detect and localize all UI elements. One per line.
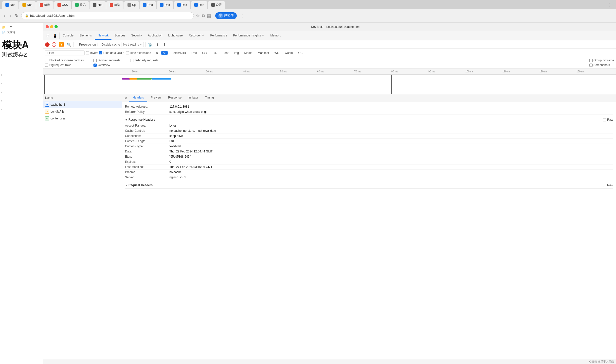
filter-tag-js[interactable]: JS [212,51,219,55]
browser-tab[interactable]: 设置 [208,1,225,9]
throttle-select[interactable]: No throttling ▼ [122,42,144,47]
request-name-cache-html: cache.html [51,103,120,106]
filter-tag-ws[interactable]: WS [272,51,281,55]
tab-recorder[interactable]: Recorder ⚛ [186,32,207,40]
address-bar[interactable]: 🔒 http://localhost:8081/cache.html [21,12,194,19]
sidebar-icon[interactable]: ▦ [207,13,211,18]
network-upload-icon[interactable]: 📡 [147,42,153,48]
details-tab-timing[interactable]: Timing [201,94,217,102]
devtools-device-icon[interactable]: 📱 [52,33,58,39]
browser-tab[interactable]: Doc [140,1,156,9]
clear-button[interactable]: 🚫 [51,42,57,48]
preserve-log-checkbox-label[interactable]: Preserve log [75,43,96,46]
search-icon-btn[interactable]: 🔍 [66,42,72,48]
screenshots-label[interactable]: Screenshots [589,63,614,67]
filter-tag-all[interactable]: All [161,51,168,55]
tab-lighthouse[interactable]: Lighthouse [165,32,186,40]
preserve-log-checkbox[interactable] [75,43,78,46]
browser-menu-icon[interactable]: ⋮ [606,1,614,9]
request-item-cache-html[interactable]: H cache.html [43,101,122,108]
disable-cache-checkbox-label[interactable]: Disable cache [97,43,120,46]
third-party-label[interactable]: 3rd-party requests [130,59,158,62]
devtools-minimize-btn[interactable] [50,25,53,28]
response-headers-triangle[interactable]: ▼ [125,118,127,121]
bookmark-icon[interactable]: ☆ [196,13,200,18]
forward-button[interactable]: › [9,12,12,19]
hide-extension-urls-checkbox-label[interactable]: Hide extension URLs [126,51,158,55]
request-item-bundle-js[interactable]: J bundleA.js [43,108,122,115]
waterfall-bar-wait [152,78,171,80]
reload-button[interactable]: ↻ [14,12,19,19]
browser-tab[interactable]: CSS [54,1,72,9]
invert-checkbox[interactable] [86,51,89,54]
browser-tab[interactable]: Doc [157,1,173,9]
hide-data-urls-checkbox[interactable]: ✓ [99,51,102,54]
browser-tab[interactable]: http [90,1,106,9]
filter-input[interactable] [45,50,85,55]
overview-label[interactable]: ✓ Overview [93,63,120,67]
network-import-icon[interactable]: ⬇ [162,42,168,48]
tab-performance-insights[interactable]: Performance insights ⚛ [230,32,267,40]
tab-console[interactable]: Console [60,32,76,40]
browser-menu-button[interactable]: ⋮ [239,12,246,20]
extension-icon[interactable]: ⧉ [202,13,205,18]
details-close-btn[interactable]: ✕ [122,94,129,102]
browser-tab[interactable]: Doc [191,1,207,9]
browser-tab[interactable]: Sp [124,1,139,9]
browser-tab[interactable]: 腾讯 [72,1,89,9]
raw-checkbox-request[interactable]: Raw [603,183,613,187]
user-badge[interactable]: 宇 已暂停 [215,12,237,19]
back-button[interactable]: ‹ [3,12,7,19]
blocked-requests-label[interactable]: Blocked requests [93,59,120,62]
overview-checkbox[interactable]: ✓ [93,64,97,67]
big-request-rows-checkbox[interactable] [45,64,48,67]
filter-tag-doc[interactable]: Doc [190,51,199,55]
blocked-cookies-label[interactable]: Blocked response cookies [45,59,84,62]
group-by-frame-checkbox[interactable] [589,59,593,62]
devtools-close-btn[interactable] [46,25,49,28]
tab-network[interactable]: Network [95,32,111,40]
raw-checkbox-response[interactable]: Raw [603,118,613,121]
browser-tab[interactable]: 新燃 [36,1,54,9]
disable-cache-checkbox[interactable] [97,43,100,46]
details-tab-headers[interactable]: Headers [129,94,147,102]
screenshots-checkbox[interactable] [589,64,593,67]
tab-security[interactable]: Security [128,32,145,40]
blocked-requests-checkbox[interactable] [93,59,97,62]
devtools-maximize-btn[interactable] [54,25,58,28]
browser-tab[interactable]: Doc [19,1,36,9]
blocked-cookies-checkbox[interactable] [45,59,48,62]
devtools-inspect-icon[interactable]: ⊡ [45,33,51,39]
request-item-content-css[interactable]: C content.css [43,115,122,122]
filter-tag-media[interactable]: Media [242,51,254,55]
request-headers-triangle[interactable]: ▼ [125,184,127,187]
filter-tag-img[interactable]: Img [232,51,241,55]
record-button[interactable] [45,42,50,47]
tab-performance[interactable]: Performance [207,32,230,40]
hide-data-urls-checkbox-label[interactable]: ✓ Hide data URLs [99,51,124,55]
network-export-icon[interactable]: ⬆ [154,42,160,48]
tab-application[interactable]: Application [145,32,165,40]
browser-tab[interactable]: Doc [2,1,18,9]
filter-tag-wasm[interactable]: Wasm [283,51,295,55]
tab-elements[interactable]: Elements [76,32,95,40]
tab-memory[interactable]: Memo... [267,32,284,40]
third-party-checkbox[interactable] [130,59,133,62]
details-tab-preview[interactable]: Preview [147,94,165,102]
browser-tab[interactable]: Doc [174,1,190,9]
hide-extension-urls-checkbox[interactable] [126,51,129,54]
details-tab-response[interactable]: Response [165,94,185,102]
browser-tab[interactable]: 前端 [106,1,124,9]
invert-checkbox-label[interactable]: Invert [86,51,98,55]
filter-tag-font[interactable]: Font [221,51,231,55]
big-request-rows-label[interactable]: Big request rows [45,63,84,67]
filter-icon-btn[interactable]: 🔽 [58,42,64,48]
filter-tag-css[interactable]: CSS [200,51,210,55]
request-area: Name H cache.html J bundleA.js C content… [43,94,616,359]
details-tab-initiator[interactable]: Initiator [185,94,201,102]
filter-tag-other[interactable]: O... [296,51,305,55]
tab-sources[interactable]: Sources [111,32,128,40]
group-by-frame-label[interactable]: Group by frame [589,59,614,62]
filter-tag-fetch[interactable]: Fetch/XHR [170,51,188,55]
filter-tag-manifest[interactable]: Manifest [256,51,271,55]
